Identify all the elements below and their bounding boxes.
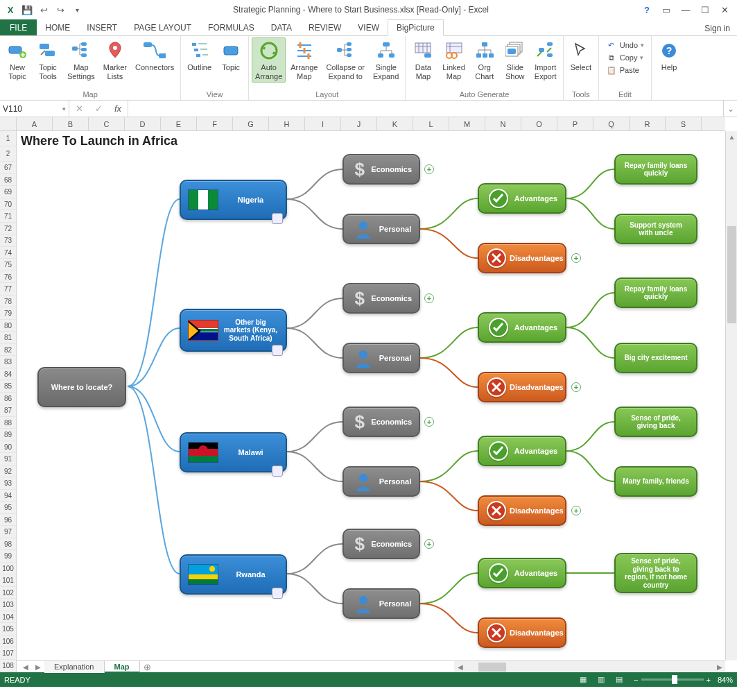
row-header[interactable]: 93	[0, 477, 16, 490]
column-header[interactable]: J	[341, 117, 377, 130]
expand-button[interactable]: +	[424, 164, 434, 174]
minimize-button[interactable]: —	[676, 2, 695, 17]
column-header[interactable]: F	[197, 117, 233, 130]
topic-button[interactable]: Topic	[216, 37, 245, 74]
expand-button[interactable]: +	[424, 417, 434, 427]
sign-in-link[interactable]: Sign in	[697, 21, 737, 36]
row-header[interactable]: 96	[0, 514, 16, 527]
sheet-nav-next[interactable]: ▶	[32, 663, 44, 671]
row-header[interactable]: 86	[0, 393, 16, 405]
node-country-malawi[interactable]: Malawi	[180, 432, 287, 472]
tab-formulas[interactable]: FORMULAS	[200, 19, 263, 36]
help-button[interactable]: ?	[637, 2, 657, 17]
row-header[interactable]: 82	[0, 344, 16, 357]
node-advantages[interactable]: Advantages	[478, 558, 566, 588]
row-header[interactable]: 79	[0, 307, 16, 320]
row-header[interactable]: 73	[0, 234, 16, 247]
expand-button[interactable]: +	[424, 293, 434, 303]
tab-review[interactable]: REVIEW	[300, 19, 349, 36]
row-header[interactable]: 99	[0, 550, 16, 563]
import-export-button[interactable]: Import Export	[531, 37, 560, 83]
column-header[interactable]: L	[413, 117, 449, 130]
connectors-button[interactable]: Connectors	[132, 37, 177, 74]
expand-formula-bar-button[interactable]: ⌄	[723, 101, 737, 117]
qat-customize-button[interactable]: ▾	[69, 2, 85, 17]
expand-button[interactable]: +	[571, 506, 581, 515]
column-header[interactable]: A	[17, 117, 53, 130]
row-header[interactable]: 70	[0, 198, 16, 211]
column-header[interactable]: I	[305, 117, 341, 130]
row-header[interactable]: 98	[0, 538, 16, 551]
row-header[interactable]: 69	[0, 186, 16, 198]
node-economics[interactable]: $Economics	[343, 283, 420, 314]
row-header[interactable]: 88	[0, 417, 16, 429]
expand-button[interactable]: +	[571, 253, 581, 263]
mind-map-canvas[interactable]: Where to locate? Nigeria Other big marke…	[17, 151, 725, 660]
accept-formula-button[interactable]: ✓	[89, 103, 108, 114]
undo-button[interactable]: ↩	[36, 2, 51, 17]
save-button[interactable]: 💾	[19, 2, 35, 17]
node-personal[interactable]: Personal	[343, 214, 420, 244]
row-header[interactable]: 100	[0, 563, 16, 575]
tab-view[interactable]: VIEW	[349, 19, 388, 36]
column-header[interactable]: N	[485, 117, 521, 130]
zoom-in-button[interactable]: +	[706, 676, 711, 684]
node-root[interactable]: Where to locate?	[37, 367, 126, 407]
data-map-button[interactable]: Data Map	[408, 37, 437, 83]
view-page-layout-button[interactable]: ▥	[593, 674, 609, 685]
undo-ribbon-button[interactable]: ↶Undo ▾	[605, 39, 645, 51]
row-header[interactable]: 92	[0, 466, 16, 478]
tab-page-layout[interactable]: PAGE LAYOUT	[125, 19, 200, 36]
row-header[interactable]: 87	[0, 404, 16, 417]
column-header[interactable]: Q	[593, 117, 630, 130]
node-advantages[interactable]: Advantages	[478, 312, 566, 343]
node-leaf[interactable]: Many family, friends	[614, 466, 697, 497]
node-economics[interactable]: $Economics	[343, 154, 420, 185]
formula-input[interactable]	[128, 101, 723, 117]
expand-button[interactable]: +	[424, 539, 434, 549]
row-header[interactable]: 1	[0, 131, 16, 146]
node-disadvantages[interactable]: Disadvantages	[478, 617, 566, 648]
outline-button[interactable]: Outline	[184, 37, 215, 74]
fx-button[interactable]: fx	[108, 103, 128, 114]
row-header[interactable]: 67	[0, 162, 16, 174]
node-leaf[interactable]: Repay family loans quickly	[614, 154, 697, 185]
column-header[interactable]: E	[161, 117, 197, 130]
select-button[interactable]: Select	[566, 37, 596, 74]
zoom-level[interactable]: 84%	[718, 676, 733, 684]
node-disadvantages[interactable]: Disadvantages	[478, 495, 566, 526]
column-header[interactable]: C	[89, 117, 125, 130]
org-chart-button[interactable]: Org Chart	[470, 37, 499, 83]
add-sheet-button[interactable]: ⊕	[140, 662, 155, 672]
view-page-break-button[interactable]: ▤	[611, 674, 627, 685]
linked-map-button[interactable]: Linked Map	[439, 37, 468, 83]
copy-ribbon-button[interactable]: ⧉Copy ▾	[605, 51, 645, 64]
sheet-tab-map[interactable]: Map	[105, 661, 140, 673]
column-header[interactable]: R	[630, 117, 666, 130]
sheet-tab-explanation[interactable]: Explanation	[44, 661, 105, 673]
slide-show-button[interactable]: Slide Show	[501, 37, 530, 83]
node-advantages[interactable]: Advantages	[478, 183, 566, 214]
topic-tools-button[interactable]: Topic Tools	[33, 37, 62, 83]
zoom-out-button[interactable]: −	[634, 676, 638, 684]
close-button[interactable]: ✕	[715, 2, 734, 17]
node-leaf[interactable]: Repay family loans quickly	[614, 278, 697, 308]
marker-lists-button[interactable]: Marker Lists	[100, 37, 130, 83]
expand-button[interactable]: +	[571, 382, 581, 392]
view-normal-button[interactable]: ▦	[575, 674, 591, 685]
row-header[interactable]: 97	[0, 526, 16, 538]
vertical-scrollbar[interactable]: ▲	[725, 131, 737, 660]
cancel-formula-button[interactable]: ✕	[69, 103, 89, 114]
column-header[interactable]: O	[521, 117, 557, 130]
select-all-corner[interactable]	[0, 117, 17, 131]
row-header[interactable]: 74	[0, 247, 16, 259]
column-header[interactable]: H	[269, 117, 305, 130]
tab-home[interactable]: HOME	[37, 19, 78, 36]
row-header[interactable]: 75	[0, 259, 16, 271]
row-header[interactable]: 104	[0, 611, 16, 624]
node-disadvantages[interactable]: Disadvantages	[478, 372, 566, 402]
row-header[interactable]: 85	[0, 380, 16, 393]
row-header[interactable]: 108	[0, 660, 16, 672]
collapse-expand-button[interactable]: Collapse or Expand to	[322, 37, 368, 83]
file-tab[interactable]: FILE	[0, 19, 37, 36]
